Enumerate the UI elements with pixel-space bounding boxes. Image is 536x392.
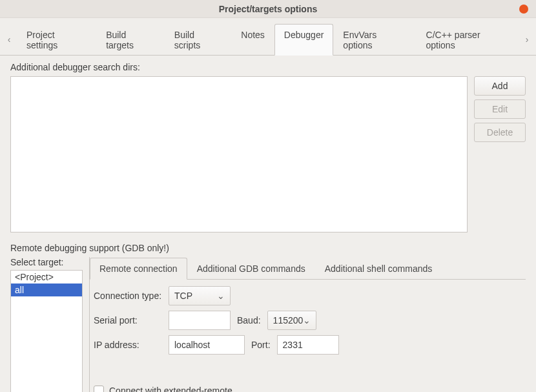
inner-tab-remote-connection[interactable]: Remote connection: [90, 258, 187, 280]
chevron-down-icon: ⌄: [303, 315, 311, 325]
tab-envvars[interactable]: EnvVars options: [333, 24, 416, 56]
remote-label: Remote debugging support (GDB only!): [10, 243, 526, 253]
tab-notes[interactable]: Notes: [231, 24, 274, 56]
searchdirs-label: Additional debugger search dirs:: [10, 62, 526, 72]
target-item-all[interactable]: all: [11, 284, 82, 296]
target-item-project[interactable]: <Project>: [11, 271, 82, 284]
port-input[interactable]: [277, 335, 339, 355]
debugger-panel: Additional debugger search dirs: Add Edi…: [0, 56, 536, 392]
target-list[interactable]: <Project> all: [10, 270, 83, 392]
tab-project-settings[interactable]: Project settings: [17, 24, 96, 56]
tabbar-scroll-right-icon[interactable]: ›: [522, 34, 532, 45]
extended-remote-checkbox[interactable]: [94, 386, 104, 392]
port-label: Port:: [245, 340, 277, 350]
chevron-down-icon: ⌄: [217, 291, 225, 301]
connection-type-select[interactable]: TCP ⌄: [169, 286, 231, 305]
ip-address-input[interactable]: [169, 335, 245, 355]
tab-build-scripts[interactable]: Build scripts: [165, 24, 231, 56]
inner-tab-shell-commands[interactable]: Additional shell commands: [315, 258, 442, 280]
tab-cpp-parser[interactable]: C/C++ parser options: [417, 24, 519, 56]
searchdirs-list[interactable]: [10, 76, 468, 232]
tab-debugger[interactable]: Debugger: [274, 24, 334, 56]
serial-port-label: Serial port:: [94, 315, 169, 325]
titlebar: Project/targets options: [0, 0, 536, 18]
delete-button: Delete: [474, 123, 526, 142]
add-button[interactable]: Add: [474, 76, 526, 96]
extended-remote-label: Connect with extended-remote: [109, 386, 232, 392]
ip-address-label: IP address:: [94, 340, 169, 350]
tab-build-targets[interactable]: Build targets: [96, 24, 165, 56]
baud-label: Baud:: [231, 315, 267, 325]
tabbar-scroll-left-icon[interactable]: ‹: [4, 34, 14, 45]
connection-type-label: Connection type:: [94, 291, 169, 301]
close-icon[interactable]: [519, 5, 528, 14]
serial-port-input[interactable]: [169, 311, 231, 330]
edit-button: Edit: [474, 99, 526, 119]
main-tabbar: ‹ Project settings Build targets Build s…: [0, 18, 536, 56]
window-title: Project/targets options: [219, 4, 317, 14]
inner-tab-gdb-commands[interactable]: Additional GDB commands: [187, 258, 315, 280]
baud-select[interactable]: 115200 ⌄: [267, 311, 316, 330]
remote-inner-tabbar: Remote connection Additional GDB command…: [90, 257, 526, 280]
select-target-label: Select target:: [10, 257, 83, 267]
